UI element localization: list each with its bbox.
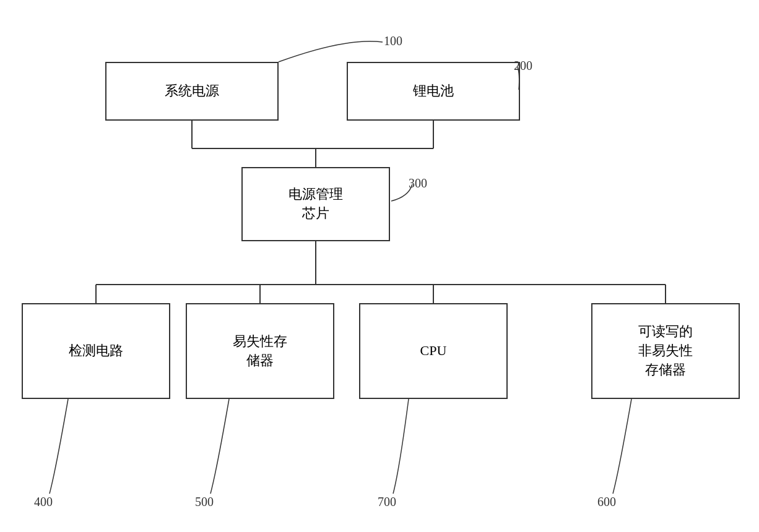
battery-box: 锂电池 [347, 62, 520, 121]
label-500: 500 [195, 495, 214, 509]
label-400: 400 [34, 495, 53, 509]
detect-circuit-label: 检测电路 [69, 341, 123, 361]
power-mgmt-label: 电源管理 芯片 [288, 185, 343, 223]
label-100: 100 [384, 34, 402, 48]
label-600: 600 [597, 495, 616, 509]
diagram-container: 系统电源 锂电池 电源管理 芯片 检测电路 易失性存 储器 CPU 可读写的 非… [0, 0, 759, 532]
volatile-mem-box: 易失性存 储器 [186, 303, 334, 399]
label-700: 700 [378, 495, 396, 509]
label-300: 300 [409, 176, 427, 191]
battery-label: 锂电池 [413, 82, 454, 101]
cpu-label: CPU [420, 341, 447, 361]
detect-circuit-box: 检测电路 [22, 303, 170, 399]
system-power-label: 系统电源 [165, 82, 219, 101]
label-200: 200 [514, 59, 532, 73]
power-mgmt-box: 电源管理 芯片 [241, 167, 390, 241]
nonvolatile-mem-label: 可读写的 非易失性 存储器 [638, 322, 693, 379]
nonvolatile-mem-box: 可读写的 非易失性 存储器 [591, 303, 740, 399]
volatile-mem-label: 易失性存 储器 [233, 332, 287, 371]
cpu-box: CPU [359, 303, 508, 399]
system-power-box: 系统电源 [105, 62, 279, 121]
